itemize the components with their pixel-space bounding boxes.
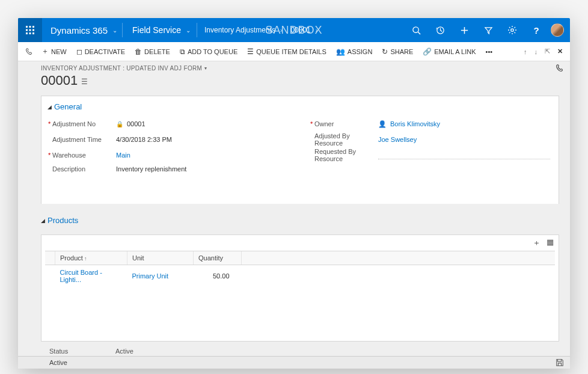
add-to-queue-button[interactable]: ⧉ADD TO QUEUE <box>175 42 242 61</box>
assign-button[interactable]: 👥ASSIGN <box>331 42 378 61</box>
footer-state: Active <box>49 359 67 366</box>
description-value[interactable]: Inventory replenishment <box>116 165 288 173</box>
svg-rect-2 <box>32 26 34 28</box>
form-caption: INVENTORY ADJUSTMENT : UPDATED INV ADJ F… <box>41 65 202 72</box>
footer-bar: Active <box>18 356 570 369</box>
svg-rect-3 <box>26 29 28 31</box>
global-nav-right: ? <box>404 18 570 42</box>
svg-point-12 <box>511 29 513 31</box>
recent-button[interactable] <box>428 18 452 42</box>
adjustment-no-text: 00001 <box>127 120 145 127</box>
deactivate-icon: ◻ <box>76 48 82 56</box>
section-general-header[interactable]: ◢ General <box>47 102 550 111</box>
email-link-label: EMAIL A LINK <box>434 48 476 55</box>
relationship-assistant-button[interactable] <box>556 64 564 72</box>
save-button[interactable] <box>556 358 564 367</box>
chevron-down-icon: ⌄ <box>186 27 191 34</box>
form-selector[interactable]: INVENTORY ADJUSTMENT : UPDATED INV ADJ F… <box>41 65 559 72</box>
nav-down-button[interactable]: ↓ <box>531 48 542 55</box>
email-link-button[interactable]: 🔗EMAIL A LINK <box>418 42 480 61</box>
new-button[interactable]: ＋NEW <box>37 42 72 61</box>
adjusted-by-value[interactable]: Joe Swellsey <box>378 136 550 143</box>
queue-details-icon: ☰ <box>247 48 254 56</box>
question-icon: ? <box>533 25 539 35</box>
area-dropdown[interactable]: Field Service ⌄ <box>123 25 197 35</box>
breadcrumb-record[interactable]: 00001 <box>283 26 314 34</box>
arrow-down-icon: ↓ <box>534 48 538 55</box>
settings-button[interactable] <box>500 18 524 42</box>
help-button[interactable]: ? <box>524 18 548 42</box>
popout-button[interactable]: ⇱ <box>541 48 554 55</box>
deactivate-button[interactable]: ◻DEACTIVATE <box>72 42 130 61</box>
breadcrumb-entity[interactable]: Inventory Adjustments <box>197 26 279 34</box>
phone-activity-button[interactable] <box>22 42 37 61</box>
adjustment-time-text: 4/30/2018 2:33 PM <box>116 136 172 143</box>
status-row: Status Active <box>18 344 570 356</box>
delete-button[interactable]: 🗑DELETE <box>130 42 175 61</box>
products-grid-card: ＋ ▦ Product↑ Unit Quantity <box>41 235 559 342</box>
lock-icon: 🔒 <box>116 121 123 127</box>
grid-add-button[interactable]: ＋ <box>533 238 541 248</box>
caret-down-icon: ▾ <box>204 66 207 71</box>
search-button[interactable] <box>404 18 428 42</box>
adjustment-no-label: Adjustment No <box>50 120 116 127</box>
command-bar: ＋NEW ◻DEACTIVATE 🗑DELETE ⧉ADD TO QUEUE ☰… <box>18 42 570 61</box>
warehouse-label: Warehouse <box>50 152 116 159</box>
new-label: NEW <box>51 48 67 55</box>
person-icon: 👤 <box>378 120 387 128</box>
owner-value[interactable]: 👤 Boris Klimovitsky <box>378 120 550 128</box>
share-icon: ↻ <box>382 48 388 56</box>
delete-label: DELETE <box>144 48 170 55</box>
close-icon: ✕ <box>557 48 563 55</box>
section-general-label: General <box>54 102 82 111</box>
field-description: Description Inventory replenishment <box>50 163 288 179</box>
grid-select-header[interactable] <box>45 251 55 265</box>
breadcrumb-entity-label: Inventory Adjustments <box>204 26 275 34</box>
grid-col-quantity[interactable]: Quantity <box>194 251 242 265</box>
grid-view-button[interactable]: ▦ <box>547 238 554 248</box>
breadcrumb-record-label: 00001 <box>290 26 310 34</box>
section-general-card: ◢ General Adjustment No 🔒 00001 Adjustme… <box>41 96 559 204</box>
queue-item-details-button[interactable]: ☰QUEUE ITEM DETAILS <box>242 42 331 61</box>
user-avatar[interactable] <box>551 23 564 37</box>
quick-create-button[interactable] <box>452 18 476 42</box>
app-launcher-waffle[interactable] <box>18 18 42 42</box>
grid-col-unit[interactable]: Unit <box>127 251 194 265</box>
queue-add-icon: ⧉ <box>180 48 185 56</box>
save-icon <box>556 358 564 367</box>
share-button[interactable]: ↻SHARE <box>377 42 418 61</box>
nav-up-button[interactable]: ↑ <box>520 48 531 55</box>
adjusted-by-label: Adjusted By Resource <box>312 132 378 147</box>
status-value[interactable]: Active <box>115 348 559 355</box>
funnel-icon <box>484 26 493 35</box>
assign-icon: 👥 <box>336 48 345 56</box>
adjustment-time-value[interactable]: 4/30/2018 2:33 PM <box>116 136 288 143</box>
cell-product[interactable]: Circuit Board - Lighti... <box>55 265 127 287</box>
more-label: ••• <box>486 48 493 55</box>
field-list-icon[interactable]: ☰ <box>81 75 88 86</box>
svg-point-9 <box>412 26 418 32</box>
waffle-icon <box>25 25 35 35</box>
field-adjustment-no: Adjustment No 🔒 00001 <box>50 116 288 132</box>
brand-dropdown[interactable]: Dynamics 365 ⌄ <box>42 18 122 42</box>
adjustment-no-value[interactable]: 🔒 00001 <box>116 120 288 127</box>
cell-quantity[interactable]: 50.00 <box>194 265 242 287</box>
requested-by-value[interactable] <box>378 151 550 159</box>
section-products-header[interactable]: ◢ Products <box>41 216 559 225</box>
grid-icon: ▦ <box>547 238 554 247</box>
sort-asc-icon: ↑ <box>84 256 87 262</box>
close-button[interactable]: ✕ <box>554 48 566 55</box>
cell-unit[interactable]: Primary Unit <box>127 265 194 287</box>
warehouse-value[interactable]: Main <box>116 152 288 159</box>
table-row[interactable]: Circuit Board - Lighti... Primary Unit 5… <box>45 265 555 287</box>
plus-icon <box>460 26 469 35</box>
collapse-icon: ◢ <box>41 218 45 224</box>
grid-col-product[interactable]: Product↑ <box>55 251 127 265</box>
search-icon <box>412 26 421 35</box>
area-label: Field Service <box>132 25 181 35</box>
form-header: INVENTORY ADJUSTMENT : UPDATED INV ADJ F… <box>18 61 570 96</box>
advanced-find-button[interactable] <box>476 18 500 42</box>
collapse-icon: ◢ <box>47 104 52 110</box>
general-fields: Adjustment No 🔒 00001 Adjustment Time 4/… <box>50 116 550 179</box>
more-commands-button[interactable]: ••• <box>481 42 498 61</box>
